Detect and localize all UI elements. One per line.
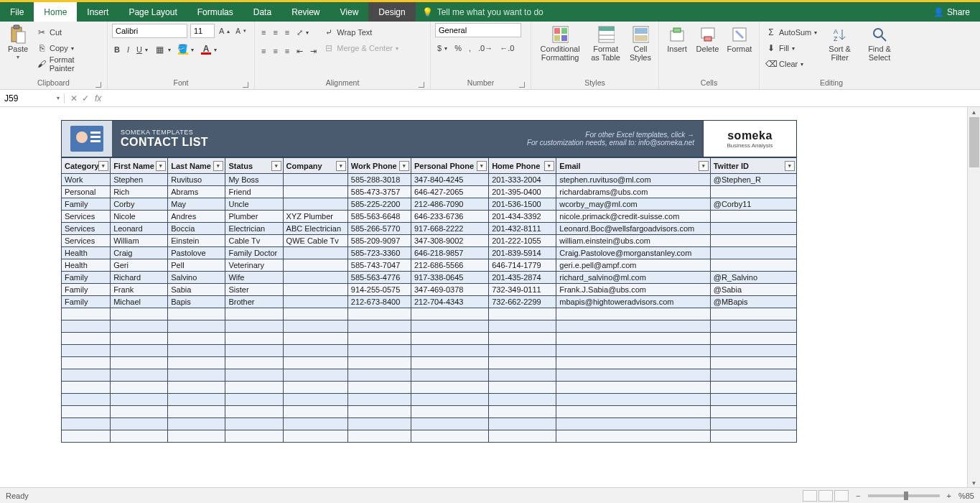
tab-formulas[interactable]: Formulas: [187, 2, 243, 22]
table-row-empty[interactable]: [62, 369, 797, 382]
cell-wphone[interactable]: 585-209-9097: [347, 235, 411, 247]
filter-icon[interactable]: ▾: [544, 161, 554, 171]
cell-wphone[interactable]: 585-288-3018: [347, 174, 411, 186]
contact-table[interactable]: Category▾First Name▾Last Name▾Status▾Com…: [61, 157, 797, 443]
cell-status[interactable]: Uncle: [225, 198, 283, 211]
cell-hphone[interactable]: 201-395-0400: [489, 186, 556, 198]
table-row-empty[interactable]: [62, 430, 797, 443]
worksheet-area[interactable]: SOMEKA TEMPLATES CONTACT LIST For other …: [0, 107, 980, 488]
cell-status[interactable]: My Boss: [225, 174, 283, 186]
tab-page-layout[interactable]: Page Layout: [118, 2, 187, 22]
filter-icon[interactable]: ▾: [699, 161, 709, 171]
cell-company[interactable]: QWE Cable Tv: [283, 235, 347, 247]
name-box[interactable]: J59▾: [0, 93, 65, 103]
table-row[interactable]: WorkStephenRuvitusoMy Boss585-288-301834…: [62, 174, 797, 186]
page-break-view-button[interactable]: [834, 490, 849, 502]
cell-status[interactable]: Plumber: [225, 211, 283, 223]
cell-pphone[interactable]: 212-704-4343: [411, 296, 488, 308]
italic-button[interactable]: I: [125, 42, 131, 57]
align-top-button[interactable]: ≡: [259, 24, 268, 40]
col-header-first[interactable]: First Name▾: [111, 158, 168, 174]
cell-category[interactable]: Health: [62, 247, 111, 259]
tab-home[interactable]: Home: [34, 2, 77, 22]
col-header-email[interactable]: Email▾: [556, 158, 710, 174]
cell-last[interactable]: Pastolove: [168, 247, 225, 259]
font-name-select[interactable]: [112, 24, 187, 38]
cell-status[interactable]: Brother: [225, 296, 283, 308]
tab-data[interactable]: Data: [243, 2, 281, 22]
col-header-wphone[interactable]: Work Phone▾: [347, 158, 411, 174]
autosum-button[interactable]: ΣAutoSum▾: [764, 24, 819, 40]
format-cells-button[interactable]: Format: [724, 23, 755, 56]
fx-icon[interactable]: fx: [95, 93, 106, 103]
cell-company[interactable]: [283, 247, 347, 259]
cell-twitter[interactable]: [710, 211, 796, 223]
tab-view[interactable]: View: [330, 2, 369, 22]
cell-email[interactable]: Frank.J.Sabia@ubs.com: [556, 284, 710, 296]
table-row[interactable]: FamilyFrankSabiaSister914-255-0575347-46…: [62, 284, 797, 296]
cell-first[interactable]: Nicole: [111, 211, 168, 223]
cell-email[interactable]: stephen.ruvituso@ml.com: [556, 174, 710, 186]
cell-last[interactable]: Bapis: [168, 296, 225, 308]
cell-last[interactable]: Abrams: [168, 186, 225, 198]
cell-wphone[interactable]: 585-266-5770: [347, 223, 411, 235]
percent-format-button[interactable]: %: [452, 40, 464, 56]
underline-button[interactable]: U▾: [134, 42, 150, 57]
cell-category[interactable]: Family: [62, 296, 111, 308]
normal-view-button[interactable]: [803, 490, 817, 502]
cell-email[interactable]: geri.e.pell@ampf.com: [556, 259, 710, 272]
cut-button[interactable]: ✂Cut: [34, 24, 103, 40]
borders-button[interactable]: ▦▾: [153, 42, 173, 57]
share-button[interactable]: 👤 Share: [924, 2, 980, 22]
cell-wphone[interactable]: 914-255-0575: [347, 284, 411, 296]
filter-icon[interactable]: ▾: [271, 161, 281, 171]
cell-twitter[interactable]: [710, 259, 796, 272]
font-size-select[interactable]: [190, 24, 215, 38]
wrap-text-button[interactable]: ⤶Wrap Text: [322, 24, 401, 40]
cell-company[interactable]: ABC Electrician: [283, 223, 347, 235]
cell-category[interactable]: Services: [62, 235, 111, 247]
cell-status[interactable]: Family Doctor: [225, 247, 283, 259]
cell-last[interactable]: Einstein: [168, 235, 225, 247]
sort-filter-button[interactable]: AZSort & Filter: [822, 23, 857, 65]
cell-last[interactable]: Boccia: [168, 223, 225, 235]
cell-wphone[interactable]: 585-723-3360: [347, 247, 411, 259]
cell-status[interactable]: Friend: [225, 186, 283, 198]
cell-pphone[interactable]: 212-486-7090: [411, 198, 488, 211]
cell-hphone[interactable]: 201-222-1055: [489, 235, 556, 247]
cell-wphone[interactable]: 585-473-3757: [347, 186, 411, 198]
table-row[interactable]: ServicesNicoleAndresPlumberXYZ Plumber58…: [62, 211, 797, 223]
accounting-format-button[interactable]: $▾: [435, 40, 449, 56]
comma-format-button[interactable]: ,: [467, 40, 473, 56]
cell-first[interactable]: Rich: [111, 186, 168, 198]
cell-styles-button[interactable]: Cell Styles: [627, 23, 654, 65]
table-row-empty[interactable]: [62, 320, 797, 333]
cell-pphone[interactable]: 347-840-4245: [411, 174, 488, 186]
zoom-slider[interactable]: [868, 494, 940, 497]
cell-last[interactable]: May: [168, 198, 225, 211]
cell-company[interactable]: [283, 296, 347, 308]
col-header-status[interactable]: Status▾: [225, 158, 283, 174]
cell-pphone[interactable]: 917-338-0645: [411, 272, 488, 284]
zoom-out-button[interactable]: −: [856, 492, 860, 500]
orientation-button[interactable]: ⤢▾: [294, 24, 311, 40]
fill-color-button[interactable]: 🪣▾: [176, 42, 196, 57]
cell-wphone[interactable]: 212-673-8400: [347, 296, 411, 308]
increase-indent-button[interactable]: ⇥: [308, 43, 319, 59]
align-right-button[interactable]: ≡: [283, 43, 291, 59]
cancel-formula-icon[interactable]: ✕: [70, 93, 78, 103]
cell-category[interactable]: Services: [62, 211, 111, 223]
cell-pphone[interactable]: 917-668-2222: [411, 223, 488, 235]
cell-twitter[interactable]: [710, 247, 796, 259]
align-bottom-button[interactable]: ≡: [283, 24, 291, 40]
cell-pphone[interactable]: 646-233-6736: [411, 211, 488, 223]
align-middle-button[interactable]: ≡: [271, 24, 279, 40]
filter-icon[interactable]: ▾: [98, 161, 108, 171]
increase-decimal-button[interactable]: .0→: [476, 40, 495, 56]
cell-wphone[interactable]: 585-743-7047: [347, 259, 411, 272]
cell-company[interactable]: [283, 198, 347, 211]
number-format-select[interactable]: [435, 23, 521, 37]
cell-first[interactable]: Geri: [111, 259, 168, 272]
cell-hphone[interactable]: 201-435-2874: [489, 272, 556, 284]
cell-hphone[interactable]: 732-349-0111: [489, 284, 556, 296]
